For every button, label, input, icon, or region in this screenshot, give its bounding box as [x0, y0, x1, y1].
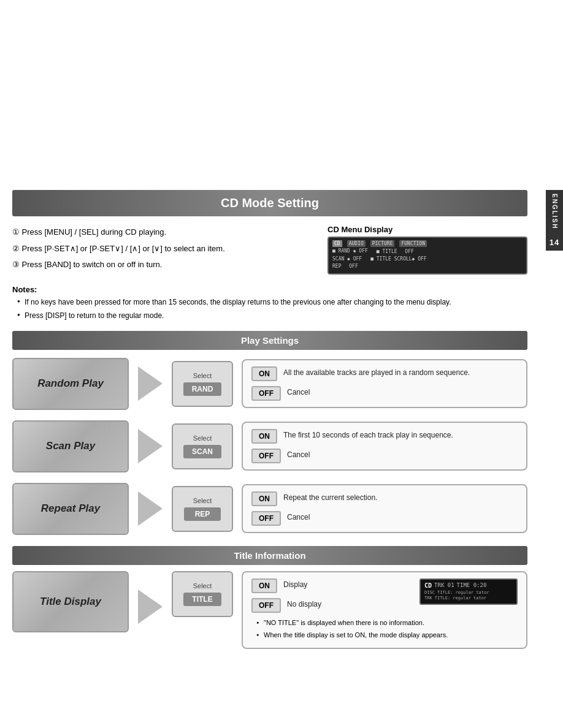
intro-section: ① Press [MENU] / [SEL] during CD playing…: [12, 225, 527, 279]
repeat-on-row: ON Repeat the current selection.: [251, 491, 518, 506]
title-bullet-2: When the title display is set to ON, the…: [256, 630, 518, 640]
title-display-screen: CD TRK 01 TIME 0:20 DISC TITLE: regular …: [419, 578, 518, 605]
cd-tab-picture: PICTURE: [370, 240, 395, 247]
step1: ① Press [MENU] / [SEL] during CD playing…: [12, 225, 311, 240]
title-off-desc: No display: [287, 598, 321, 610]
repeat-play-label: Repeat Play: [41, 502, 100, 515]
notes-section: Notes: If no keys have been pressed for …: [12, 285, 527, 321]
title-display-select-box: Select TITLE: [172, 571, 233, 617]
intro-steps: ① Press [MENU] / [SEL] during CD playing…: [12, 225, 311, 274]
random-play-row: Random Play Select RAND ON All the avail…: [12, 356, 527, 411]
scan-on-row: ON The first 10 seconds of each track pl…: [251, 429, 518, 444]
note-item-2: Press [DISP] to return to the regular mo…: [17, 310, 527, 321]
random-on-button[interactable]: ON: [251, 366, 277, 381]
random-on-desc: All the available tracks are played in a…: [283, 366, 470, 378]
cd-item-title: ■ TITLE OFF: [377, 248, 414, 255]
random-off-button[interactable]: OFF: [251, 386, 281, 401]
title-screen-cd: CD: [424, 582, 432, 589]
cd-tab-function: FUNCTION: [399, 240, 427, 247]
scan-play-options: ON The first 10 seconds of each track pl…: [242, 422, 527, 471]
scan-off-button[interactable]: OFF: [251, 449, 281, 463]
title-screen-row2: DISC TITLE: regular tator: [424, 590, 513, 595]
title-display-label-box: Title Display: [12, 571, 129, 632]
title-bullets: "NO TITLE" is displayed when there is no…: [251, 618, 518, 640]
arrow-icon: [138, 366, 163, 401]
scan-on-desc: The first 10 seconds of each track play …: [283, 429, 453, 441]
scan-off-desc: Cancel: [287, 449, 310, 460]
cd-tab-audio: AUDIO: [347, 240, 366, 247]
title-screen-row1: CD TRK 01 TIME 0:20: [424, 582, 513, 589]
note-item-1: If no keys have been pressed for more th…: [17, 297, 527, 308]
title-info-header: Title Information: [12, 546, 527, 565]
play-settings-header: Play Settings: [12, 331, 527, 350]
repeat-play-arrow: [129, 491, 172, 526]
cd-mode-setting-title: CD Mode Setting: [12, 190, 527, 216]
scan-play-arrow: [129, 429, 172, 463]
title-display-arrow: [129, 590, 172, 624]
rep-button[interactable]: REP: [184, 507, 221, 521]
cd-tab-cd: CD: [332, 240, 342, 247]
side-tab: ENGLISH 14: [546, 190, 563, 251]
title-screen-time: TIME 0:20: [457, 582, 487, 589]
random-play-label: Random Play: [37, 377, 104, 390]
scan-play-label: Scan Play: [46, 440, 95, 452]
repeat-on-button[interactable]: ON: [251, 491, 277, 506]
title-off-row: OFF No display: [251, 598, 410, 613]
cd-item-titlescroll: ■ TITLE SCROLL◆ OFF: [370, 256, 427, 262]
repeat-play-row: Repeat Play Select REP ON Repeat the cur…: [12, 481, 527, 536]
random-off-row: OFF Cancel: [251, 386, 518, 401]
scan-button[interactable]: SCAN: [183, 445, 221, 458]
cd-item-scan: SCAN ◆ OFF: [332, 256, 362, 262]
random-play-options: ON All the available tracks are played i…: [242, 359, 527, 408]
cd-menu-display-panel: CD Menu Display CD AUDIO PICTURE FUNCTIO…: [321, 225, 527, 275]
repeat-play-select-label: Select: [193, 497, 212, 504]
title-on-desc: Display: [283, 578, 307, 590]
arrow-icon: [138, 429, 163, 463]
title-screen-row3: TRK TITLE: regular tator: [424, 596, 513, 601]
random-off-desc: Cancel: [287, 386, 310, 398]
scan-play-label-box: Scan Play: [12, 420, 129, 472]
repeat-on-desc: Repeat the current selection.: [283, 491, 377, 503]
scan-play-row: Scan Play Select SCAN ON The first 10 se…: [12, 419, 527, 474]
cd-display-screen: CD AUDIO PICTURE FUNCTION ■ RAND ◆ OFF ■…: [327, 237, 527, 275]
scan-play-select-box: Select SCAN: [172, 423, 233, 469]
repeat-play-options: ON Repeat the current selection. OFF Can…: [242, 484, 527, 533]
title-display-options: ON Display OFF No display CD TRK 01 TIME…: [242, 571, 527, 649]
title-on-row: ON Display: [251, 578, 410, 593]
repeat-off-button[interactable]: OFF: [251, 511, 281, 526]
title-off-button[interactable]: OFF: [251, 598, 281, 613]
repeat-play-select-box: Select REP: [172, 486, 233, 532]
title-display-label: Title Display: [40, 596, 101, 608]
title-display-row: Title Display Select TITLE ON Display OF…: [12, 571, 527, 649]
main-content: CD Mode Setting ① Press [MENU] / [SEL] d…: [0, 0, 546, 675]
scan-play-select-label: Select: [193, 434, 212, 442]
repeat-off-desc: Cancel: [287, 511, 310, 523]
random-play-label-box: Random Play: [12, 358, 129, 410]
random-play-select-box: Select RAND: [172, 361, 233, 407]
cd-item-rep: REP OFF: [332, 263, 358, 270]
cd-item-rand: ■ RAND ◆ OFF: [332, 248, 368, 255]
notes-title: Notes:: [12, 285, 527, 294]
title-screen-trk: TRK 01: [434, 582, 454, 589]
step2: ② Press [P·SET∧] or [P·SET∨] / [∧] or [∨…: [12, 241, 311, 257]
rand-button[interactable]: RAND: [183, 382, 222, 396]
scan-off-row: OFF Cancel: [251, 449, 518, 463]
scan-on-button[interactable]: ON: [251, 429, 277, 444]
step3: ③ Press [BAND] to switch on or off in tu…: [12, 257, 311, 273]
title-button[interactable]: TITLE: [183, 593, 221, 606]
repeat-off-row: OFF Cancel: [251, 511, 518, 526]
arrow-icon: [138, 491, 163, 526]
cd-menu-display-title: CD Menu Display: [327, 225, 527, 234]
title-display-select-label: Select: [193, 582, 212, 590]
random-play-select-label: Select: [193, 372, 212, 379]
title-on-button[interactable]: ON: [251, 578, 277, 593]
notes-list: If no keys have been pressed for more th…: [12, 297, 527, 321]
title-bullet-1: "NO TITLE" is displayed when there is no…: [256, 618, 518, 628]
arrow-icon: [138, 590, 163, 624]
language-label: ENGLISH: [551, 194, 558, 229]
page-number: 14: [550, 238, 559, 247]
repeat-play-label-box: Repeat Play: [12, 483, 129, 535]
random-on-row: ON All the available tracks are played i…: [251, 366, 518, 381]
random-play-arrow: [129, 366, 172, 401]
